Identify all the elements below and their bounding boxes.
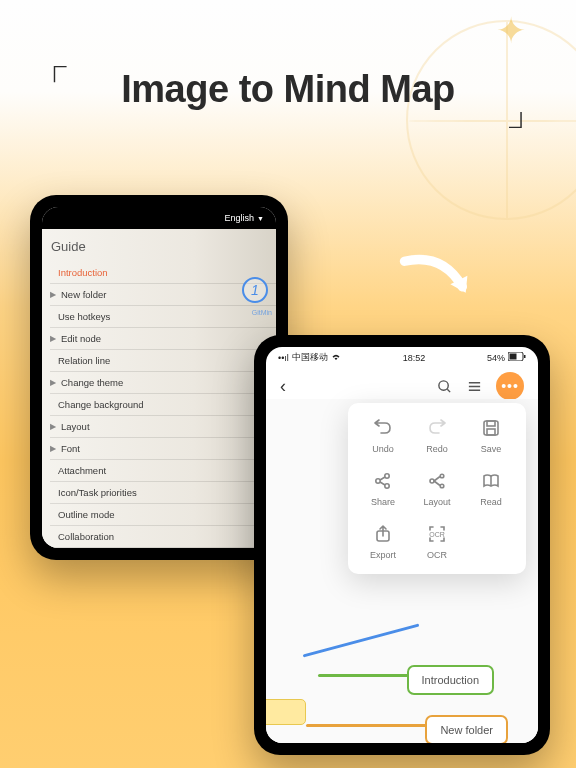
svg-line-20 <box>434 481 440 486</box>
menu-item-layout[interactable]: Layout <box>412 470 462 507</box>
menu-item-label: Undo <box>372 444 394 454</box>
mindmap-node-introduction[interactable]: Introduction <box>407 665 494 695</box>
expand-arrow-icon: ▶ <box>50 334 58 343</box>
guide-item-label: Collaboration <box>58 531 114 542</box>
guide-item-label: Use hotkeys <box>58 311 110 322</box>
watermark-text: GitMin <box>252 309 272 316</box>
svg-rect-2 <box>524 355 526 358</box>
guide-outline-item[interactable]: Icon/Task priorities <box>50 482 276 504</box>
guide-outline-item[interactable]: Attachment <box>50 460 276 482</box>
guide-item-label: Attachment <box>58 465 106 476</box>
search-icon[interactable] <box>436 378 452 394</box>
menu-item-label: Export <box>370 550 396 560</box>
guide-outline-item[interactable]: ▶Layout <box>50 416 276 438</box>
guide-outline-item[interactable]: Introduction <box>50 262 276 284</box>
camera-language-bar: English ▼ <box>42 207 276 229</box>
expand-arrow-icon: ▶ <box>50 422 58 431</box>
mindmap-node-newfolder[interactable]: New folder <box>425 715 508 743</box>
bracket-left-icon: 「 <box>29 60 71 104</box>
back-button[interactable]: ‹ <box>280 376 286 397</box>
actions-popup-menu: UndoRedoSaveShareLayoutReadExportOCROCR <box>348 403 526 574</box>
guide-outline-item[interactable]: Use hotkeys <box>50 306 276 328</box>
signal-icon: ••ıl <box>278 353 289 363</box>
root-node[interactable] <box>266 699 306 725</box>
menu-item-label: Save <box>481 444 502 454</box>
step-badge: 1 <box>242 277 268 303</box>
menu-item-ocr[interactable]: OCROCR <box>412 523 462 560</box>
guide-outline-item[interactable]: ▶Font <box>50 438 276 460</box>
svg-line-14 <box>380 477 385 480</box>
guide-outline-item[interactable]: Change background <box>50 394 276 416</box>
menu-item-label: OCR <box>427 550 447 560</box>
connector-line <box>303 624 420 658</box>
language-selector[interactable]: English <box>225 213 255 223</box>
svg-line-4 <box>447 389 450 392</box>
menu-item-label: Share <box>371 497 395 507</box>
svg-point-18 <box>440 484 444 488</box>
ios-status-bar: ••ıl 中国移动 18:52 54% <box>266 347 538 366</box>
svg-point-11 <box>376 479 380 483</box>
export-icon <box>372 523 394 545</box>
result-tablet-screen: ••ıl 中国移动 18:52 54% ‹ <box>266 347 538 743</box>
list-icon[interactable] <box>466 378 482 394</box>
guide-outline-item[interactable]: Collaboration <box>50 526 276 548</box>
svg-point-12 <box>385 474 389 478</box>
source-tablet-screen: English ▼ Guide Introduction▶New folderU… <box>42 207 276 548</box>
guide-item-label: Icon/Task priorities <box>58 487 137 498</box>
wifi-icon <box>331 353 341 363</box>
menu-item-undo[interactable]: Undo <box>358 417 408 454</box>
headline-container: 「 Image to Mind Map 」 <box>40 68 536 111</box>
redo-icon <box>426 417 448 439</box>
expand-arrow-icon: ▶ <box>50 444 58 453</box>
guide-item-label: Change theme <box>61 377 123 388</box>
share-icon <box>372 470 394 492</box>
battery-label: 54% <box>487 353 505 363</box>
svg-line-15 <box>380 482 385 485</box>
transition-arrow-icon <box>396 240 481 325</box>
dropdown-icon: ▼ <box>257 215 264 222</box>
battery-icon <box>508 352 526 363</box>
svg-rect-8 <box>484 421 498 435</box>
svg-line-19 <box>434 477 440 482</box>
page-title: Image to Mind Map <box>121 68 455 111</box>
source-tablet-frame: English ▼ Guide Introduction▶New folderU… <box>30 195 288 560</box>
undo-icon <box>372 417 394 439</box>
guide-item-label: Relation line <box>58 355 110 366</box>
guide-outline-item[interactable]: ▶Edit node <box>50 328 276 350</box>
guide-heading: Guide <box>50 239 276 254</box>
guide-outline-item[interactable]: Relation line <box>50 350 276 372</box>
result-tablet-frame: ••ıl 中国移动 18:52 54% ‹ <box>254 335 550 755</box>
guide-item-label: Outline mode <box>58 509 115 520</box>
menu-item-export[interactable]: Export <box>358 523 408 560</box>
svg-point-17 <box>440 474 444 478</box>
svg-point-3 <box>438 380 447 389</box>
menu-item-share[interactable]: Share <box>358 470 408 507</box>
svg-rect-9 <box>487 421 495 426</box>
menu-item-redo[interactable]: Redo <box>412 417 462 454</box>
guide-item-label: Change background <box>58 399 144 410</box>
svg-point-16 <box>430 479 434 483</box>
save-icon <box>480 417 502 439</box>
guide-outline-item[interactable]: ▶Change theme <box>50 372 276 394</box>
menu-item-label: Layout <box>423 497 450 507</box>
sparkle-icon <box>496 10 536 50</box>
guide-item-label: Edit node <box>61 333 101 344</box>
guide-item-label: Layout <box>61 421 90 432</box>
expand-arrow-icon: ▶ <box>50 378 58 387</box>
more-menu-button[interactable]: ••• <box>496 372 524 400</box>
bracket-right-icon: 」 <box>505 93 547 137</box>
background-globe-decoration <box>406 20 576 220</box>
menu-item-read[interactable]: Read <box>466 470 516 507</box>
guide-item-label: New folder <box>61 289 106 300</box>
svg-point-13 <box>385 484 389 488</box>
carrier-label: 中国移动 <box>292 351 328 364</box>
guide-item-label: Font <box>61 443 80 454</box>
svg-rect-1 <box>509 354 516 360</box>
menu-item-save[interactable]: Save <box>466 417 516 454</box>
layout-icon <box>426 470 448 492</box>
clock-label: 18:52 <box>403 353 426 363</box>
read-icon <box>480 470 502 492</box>
menu-item-label: Redo <box>426 444 448 454</box>
guide-outline-item[interactable]: Outline mode <box>50 504 276 526</box>
connector-line <box>306 724 431 727</box>
